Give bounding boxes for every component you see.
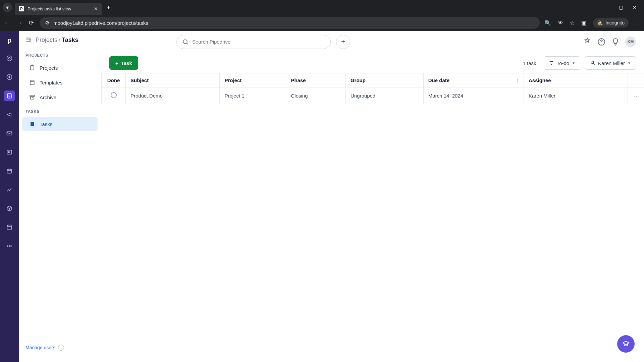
back-icon[interactable]: ← — [3, 19, 11, 26]
plus-icon: + — [115, 60, 118, 66]
panel-icon[interactable]: ▣ — [581, 20, 586, 26]
rail-calendar-icon[interactable] — [4, 166, 15, 176]
svg-point-19 — [592, 61, 593, 63]
cell-project: Project 1 — [220, 87, 286, 104]
done-checkbox[interactable] — [111, 92, 117, 98]
svg-point-10 — [11, 246, 12, 247]
col-phase[interactable]: Phase — [286, 73, 345, 87]
rail-more-icon[interactable] — [4, 241, 15, 251]
new-tab-button[interactable]: + — [107, 4, 110, 11]
extension-icon[interactable] — [583, 38, 592, 46]
info-icon[interactable]: i — [58, 345, 64, 351]
lightbulb-icon[interactable] — [611, 38, 620, 46]
add-task-label: Task — [121, 60, 132, 66]
close-tab-icon[interactable]: ✕ — [94, 6, 98, 11]
cell-due: March 14, 2024 — [423, 87, 524, 104]
cell-spacer — [606, 87, 628, 104]
sidebar-item-label: Projects — [40, 65, 58, 71]
tab-title: Projects tasks list view — [28, 6, 90, 11]
filter-status-button[interactable]: To-do ▼ — [544, 56, 580, 70]
search-icon — [182, 39, 189, 45]
rail-leads-icon[interactable] — [4, 53, 15, 64]
browser-tab[interactable]: P Projects tasks list view ✕ — [15, 3, 102, 15]
task-count: 1 task — [523, 60, 536, 66]
bookmark-icon[interactable]: ☆ — [570, 20, 575, 26]
minimize-icon[interactable]: — — [605, 5, 609, 10]
svg-point-0 — [7, 56, 12, 61]
add-task-button[interactable]: + Task — [109, 56, 138, 70]
sidebar-item-archive[interactable]: Archive — [22, 90, 98, 104]
tab-search-icon[interactable]: ▾ — [3, 3, 12, 12]
svg-point-6 — [8, 152, 9, 153]
search-input[interactable] — [176, 35, 331, 49]
reload-icon[interactable]: ⟳ — [28, 19, 35, 26]
rail-marketplace-icon[interactable] — [4, 222, 15, 233]
tasks-icon — [29, 121, 36, 127]
browser-menu-icon[interactable]: ⋮ — [635, 20, 641, 26]
chevron-down-icon: ▼ — [628, 61, 631, 65]
breadcrumb-parent[interactable]: Projects — [36, 37, 57, 43]
svg-rect-16 — [31, 122, 34, 126]
filter-icon — [549, 60, 554, 66]
site-settings-icon[interactable]: ⚙ — [45, 20, 49, 26]
user-icon — [590, 60, 595, 66]
sidebar-item-label: Templates — [40, 80, 62, 85]
rail-products-icon[interactable] — [4, 203, 15, 214]
help-fab[interactable] — [617, 335, 635, 353]
sidebar-item-tasks[interactable]: Tasks — [22, 117, 98, 131]
search-field[interactable] — [192, 39, 325, 45]
rail-mail-icon[interactable] — [4, 128, 15, 139]
sidebar-item-projects[interactable]: Projects — [22, 61, 98, 74]
rail-deals-icon[interactable] — [4, 72, 15, 82]
col-actions — [606, 73, 628, 87]
filter-status-label: To-do — [557, 60, 570, 66]
svg-point-1 — [9, 58, 10, 59]
cell-assignee: Karen Miller — [524, 87, 606, 104]
archive-icon — [29, 94, 36, 101]
svg-rect-15 — [31, 97, 34, 99]
row-actions-icon[interactable]: ⋯ — [628, 87, 644, 104]
address-bar: ← → ⟳ ⚙ moodjoy1altd.pipedrive.com/proje… — [0, 15, 644, 31]
sidebar-item-label: Tasks — [40, 121, 52, 127]
col-group[interactable]: Group — [345, 73, 423, 87]
chevron-down-icon: ▼ — [572, 61, 575, 65]
col-assignee[interactable]: Assignee — [524, 73, 606, 87]
cell-subject: Product Demo — [126, 87, 220, 104]
rail-projects-icon[interactable] — [4, 90, 15, 101]
close-window-icon[interactable]: ✕ — [633, 5, 637, 10]
help-icon[interactable] — [597, 38, 606, 46]
cell-phase: Closing — [286, 87, 345, 104]
svg-rect-7 — [7, 169, 11, 173]
eye-off-icon[interactable]: 👁 — [558, 20, 563, 26]
breadcrumb: Projects/Tasks — [36, 37, 78, 44]
col-due-label: Due date — [428, 77, 449, 83]
nav-rail: p — [0, 31, 19, 362]
quick-add-button[interactable]: + — [336, 35, 350, 49]
incognito-badge[interactable]: 🕵 Incognito — [593, 18, 629, 27]
rail-campaigns-icon[interactable] — [4, 109, 15, 120]
col-due[interactable]: Due date↑ — [423, 73, 524, 87]
avatar[interactable]: KM — [625, 37, 636, 47]
topbar: + KM — [101, 31, 644, 53]
col-done[interactable]: Done — [102, 73, 126, 87]
collapse-sidebar-icon[interactable] — [25, 36, 32, 44]
col-subject[interactable]: Subject — [126, 73, 220, 87]
rail-contacts-icon[interactable] — [4, 147, 15, 158]
filter-user-button[interactable]: Karen Miller ▼ — [585, 56, 636, 70]
svg-point-17 — [183, 40, 187, 44]
main-content: + KM + Task 1 task To-do ▼ Karen Miller … — [101, 31, 644, 362]
forward-icon[interactable]: → — [15, 19, 23, 26]
svg-point-9 — [9, 246, 10, 247]
manage-users-link[interactable]: Manage users — [25, 345, 55, 350]
url-field[interactable]: ⚙ moodjoy1altd.pipedrive.com/projects/ta… — [40, 17, 540, 29]
col-project[interactable]: Project — [220, 73, 286, 87]
table-row[interactable]: Product Demo Project 1 Closing Ungrouped… — [102, 87, 644, 104]
maximize-icon[interactable]: ▢ — [619, 5, 623, 10]
app-logo-icon[interactable]: p — [5, 36, 14, 45]
rail-insights-icon[interactable] — [4, 184, 15, 195]
url-text: moodjoy1altd.pipedrive.com/projects/task… — [53, 20, 148, 26]
zoom-icon[interactable]: 🔍 — [544, 20, 551, 26]
tab-bar: ▾ P Projects tasks list view ✕ + — ▢ ✕ — [0, 0, 644, 15]
svg-point-8 — [7, 246, 8, 247]
sidebar-item-templates[interactable]: Templates — [22, 76, 98, 89]
